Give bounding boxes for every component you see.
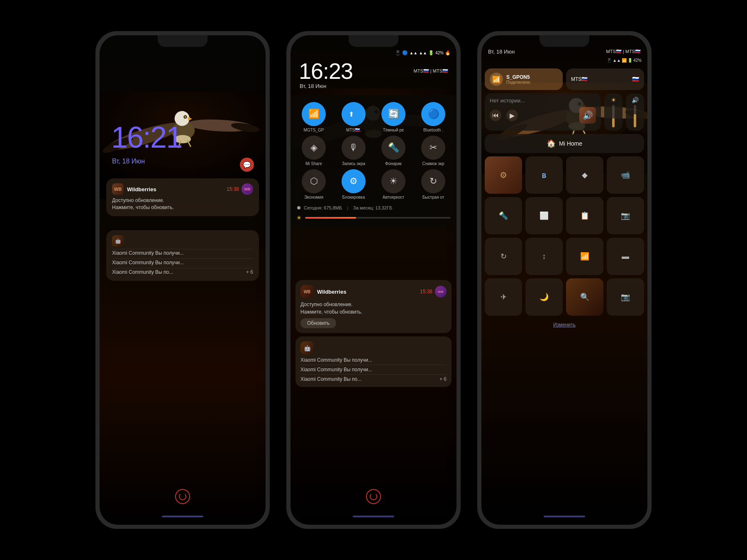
qs-record[interactable]: 🎙 Запись экра [335, 136, 372, 166]
cc-change-row[interactable]: Изменить [485, 319, 644, 330]
p2-xiaomi-line3: Xiaomi Community Вы по... + 6 [300, 376, 447, 382]
cc-btn-hotspot[interactable]: 📶 [566, 238, 603, 275]
cc-wifi-card[interactable]: 📶 S_GPON5 Подключено [485, 68, 563, 90]
cc-btn-torch[interactable]: 🔦 [485, 197, 522, 234]
p2-carrier: MTS🇷🇺 | MTS🇷🇺 [414, 68, 448, 74]
cc-buttons-row4: ✈ 🌙 🔍 📷 [485, 278, 644, 316]
cc-play-btn[interactable]: ▶ [506, 110, 518, 121]
cc-btn-cam2[interactable]: 📷 [607, 278, 644, 316]
p3-status-bar: Вт, 18 Июн MTS🇷🇺 | MTS🇷🇺 [488, 49, 641, 55]
qs-darkmode-label: Тёмный ре [383, 128, 404, 132]
cc-btn-clipboard[interactable]: 📋 [566, 197, 603, 234]
qs-record-label: Запись экра [342, 161, 365, 166]
cc-wifi-status: Подключено [506, 80, 558, 85]
cc-volume-slider[interactable]: 🔊 [626, 93, 644, 131]
qs-lock-label: Блокировка [342, 195, 365, 200]
xiaomi-notif-line3: Xiaomi Community Вы по... + 6 [112, 268, 253, 276]
cc-btn-sync[interactable]: ↕ [525, 238, 563, 275]
p2-home-indicator [353, 516, 394, 517]
qs-quickshare-btn[interactable]: ↻ [421, 169, 445, 193]
p2-update-button[interactable]: Обновить [300, 318, 336, 328]
cc-mi-home[interactable]: 🏠 Mi Home [485, 134, 644, 153]
cc-btn-camera[interactable]: 📹 [607, 156, 644, 194]
p3-date: Вт, 18 Июн [488, 49, 515, 55]
qs-darkmode[interactable]: 🔄 Тёмный ре [375, 102, 412, 132]
cc-volume-track[interactable] [634, 105, 636, 127]
wb-notification-card[interactable]: WB Wildberries 15:38 WB Доступно обновле… [106, 178, 259, 216]
brightness-bar[interactable] [305, 217, 451, 219]
cc-btn-nfc[interactable]: ▬ [607, 238, 644, 275]
qs-screenshot-btn[interactable]: ✂ [421, 136, 445, 160]
cc-wifi-icon: 📶 [490, 73, 503, 86]
cc-prev-btn[interactable]: ⏮ [490, 110, 501, 121]
cc-brightness-slider[interactable]: ☀ [604, 93, 622, 131]
cc-btn-search[interactable]: 🔍 [566, 278, 603, 316]
qs-lock-btn[interactable]: ⚙ [342, 169, 366, 193]
p2-xiaomi-line2: Xiaomi Community Вы получи... [300, 367, 447, 373]
qs-screenshot[interactable]: ✂ Снимок экр [415, 136, 452, 166]
p2-time: 16:23 [299, 58, 353, 84]
qs-darkmode-btn[interactable]: 🔄 [381, 102, 405, 126]
data-usage-row: Сегодня: 675,8МБ | За месяц: 13,32ГБ [295, 203, 452, 213]
phone2-quicksettings: 16:23 Вт, 18 Июн MTS🇷🇺 | MTS🇷🇺 📱 🔵 ▲▲ ▲▲… [286, 31, 461, 529]
qs-wifi[interactable]: 📶 MGTS_GP [295, 102, 332, 132]
qs-row1: 📶 MGTS_GP ⬆ MTS🇷🇺. 🔄 Тёмный ре 🔵 Bluetoo… [295, 102, 452, 132]
p2-wb-notification[interactable]: WB Wildberries 15:38 WB Доступно обновле… [295, 280, 452, 333]
qs-torch[interactable]: 🔦 Фонарик [375, 136, 412, 166]
p2-battery: 42% [435, 51, 444, 55]
cc-wifi-info: S_GPON5 Подключено [506, 74, 558, 85]
p2-xiaomi-notification[interactable]: 🤖 Xiaomi Community Вы получи... Xiaomi C… [295, 336, 452, 387]
qs-autobright-btn[interactable]: ☀ [381, 169, 405, 193]
cc-btn-dnd[interactable]: 🌙 [525, 278, 563, 316]
qs-lock[interactable]: ⚙ Блокировка [335, 169, 372, 200]
qs-record-btn[interactable]: 🎙 [342, 136, 366, 160]
cc-btn-screenshot[interactable]: 📷 [607, 197, 644, 234]
qs-quickshare[interactable]: ↻ Быстрая от [415, 169, 452, 200]
cc-brightness-track[interactable] [612, 105, 615, 127]
phone1-lockscreen: 16:21 Вт, 18 Июн 💬 WB Wildberries 15:38 … [95, 31, 270, 529]
qs-row2: ◈ Mi Share 🎙 Запись экра 🔦 Фонарик ✂ Сни… [295, 136, 452, 166]
cc-mi-home-icon: 🏠 [547, 139, 556, 148]
wb-notif-body: Доступно обновление. Нажмите, чтобы обно… [112, 197, 253, 211]
qs-wifi-btn[interactable]: 📶 [302, 102, 326, 126]
p3-carrier: MTS🇷🇺 | MTS🇷🇺 [606, 49, 641, 54]
p2-home-button[interactable] [366, 489, 381, 504]
cc-change-label[interactable]: Изменить [552, 320, 577, 329]
home-button[interactable] [175, 489, 190, 504]
qs-mishare-label: Mi Share [305, 161, 322, 166]
cc-volume-icon: 🔊 [632, 97, 639, 103]
cc-btn-settings[interactable]: ⚙ [485, 156, 522, 194]
cc-btn-scan[interactable]: ⬜ [525, 197, 563, 234]
cc-btn-share[interactable]: ✈ [485, 278, 522, 316]
brightness-icon: ☀ [296, 214, 302, 221]
qs-mishare[interactable]: ◈ Mi Share [295, 136, 332, 166]
qs-economy[interactable]: ⬡ Экономия [295, 169, 332, 200]
cc-btn-rotate[interactable]: ↻ [485, 238, 522, 275]
cc-flag: 🇷🇺 [632, 76, 639, 83]
qs-autobright[interactable]: ☀ Автояркост [375, 169, 412, 200]
p2-date: Вт, 18 Июн [300, 83, 326, 89]
brightness-row[interactable]: ☀ [295, 213, 452, 223]
cc-carrier-card[interactable]: MTS🇷🇺 🇷🇺 [566, 68, 644, 90]
cc-brightness-level [612, 118, 615, 127]
message-icon: 💬 [240, 158, 254, 172]
qs-mishare-btn[interactable]: ◈ [302, 136, 326, 160]
cc-buttons-row2: 🔦 ⬜ 📋 📷 [485, 197, 644, 234]
xiaomi-notification-card[interactable]: 🤖 Xiaomi Community Вы получи... Xiaomi C… [106, 230, 259, 281]
qs-bluetooth[interactable]: 🔵 Bluetooth . [415, 102, 452, 132]
xiaomi-notif-line2: Xiaomi Community Вы получи... [112, 258, 253, 266]
cc-btn-cast[interactable]: ◆ [566, 156, 603, 194]
qs-data[interactable]: ⬆ MTS🇷🇺. [335, 102, 372, 132]
quick-settings-panel: 📶 MGTS_GP ⬆ MTS🇷🇺. 🔄 Тёмный ре 🔵 Bluetoo… [290, 95, 456, 226]
qs-torch-label: Фонарик [385, 161, 402, 166]
qs-data-btn[interactable]: ⬆ [342, 102, 366, 126]
qs-torch-btn[interactable]: 🔦 [381, 136, 405, 160]
phone3-controlcenter: Вт, 18 Июн MTS🇷🇺 | MTS🇷🇺 📱 ▲▲ 📶 🔋 42% 📶 … [477, 31, 652, 529]
qs-economy-btn[interactable]: ⬡ [302, 169, 326, 193]
p2-xiaomi-line1: Xiaomi Community Вы получи... [300, 357, 447, 363]
qs-bluetooth-btn[interactable]: 🔵 [421, 102, 445, 126]
cc-wifi-name: S_GPON5 [506, 74, 558, 80]
cc-media-no-history: Нет истории... [490, 97, 596, 104]
cc-btn-bluetooth[interactable]: ʙ [525, 156, 563, 194]
cc-media-thumb: 🔊 [579, 107, 596, 124]
